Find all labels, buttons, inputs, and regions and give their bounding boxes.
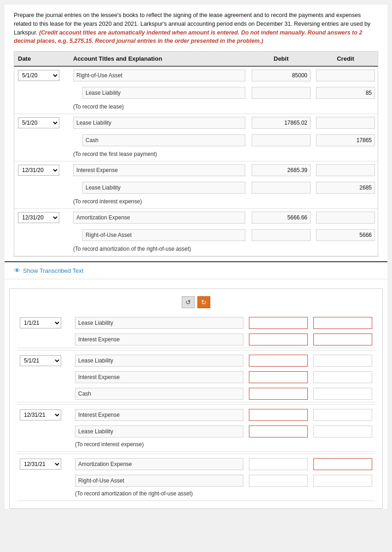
debit-input-7b[interactable] [249,426,308,437]
header-credit: Credit [313,54,378,63]
credit-cell-3b [313,181,378,195]
date-select-8[interactable]: 12/31/21 [20,459,61,470]
account-input-1b[interactable] [82,87,245,99]
debit-input-4b[interactable] [252,229,311,241]
account-input-5a[interactable] [75,317,243,329]
date-select-4[interactable]: 12/31/20 [18,212,59,223]
credit-input-2b[interactable] [316,134,375,146]
credit-input-1b[interactable] [316,87,375,99]
credit-input-4b[interactable] [316,229,375,241]
table-row: 1/1/21 [17,315,375,331]
date-select-7[interactable]: 12/31/21 [20,409,61,420]
account-input-3a[interactable] [73,164,245,176]
account-input-2a[interactable] [73,117,245,129]
debit-input-8b[interactable] [249,475,308,487]
debit-input-8a[interactable] [249,458,308,470]
date-select-2[interactable]: 5/1/20 [18,117,59,128]
credit-input-1a[interactable] [316,69,375,81]
debit-input-2b[interactable] [252,134,311,146]
table-row [14,179,378,196]
account-cell-3b [69,181,249,195]
date-cell-2b [14,139,69,141]
debit-input-6c[interactable] [249,388,308,400]
date-cell-4b [14,234,69,236]
account-input-5b[interactable] [75,334,243,345]
debit-input-5a[interactable] [249,317,308,329]
account-input-4a[interactable] [73,212,245,224]
account-input-6a[interactable] [75,355,243,367]
undo-button[interactable]: ↺ [182,296,195,308]
date-cell-1: 5/1/20 [14,69,69,82]
table-row: 5/1/20 [14,114,378,132]
date-cell-6c [17,393,72,395]
date-select-1[interactable]: 5/1/20 [18,70,59,81]
credit-input-6b[interactable] [313,371,372,383]
table-header: Date Account Titles and Explanation Debi… [14,51,378,67]
debit-input-6b[interactable] [249,371,308,383]
account-input-2b[interactable] [82,134,245,146]
credit-input-7a[interactable] [313,409,372,421]
debit-input-4a[interactable] [252,212,311,224]
journal-entry-4: 12/31/20 [14,209,378,256]
header-date: Date [14,54,69,63]
header-account: Account Titles and Explanation [69,54,249,63]
table-row [14,226,378,244]
debit-input-6a[interactable] [249,355,308,367]
debit-cell-7b [246,425,311,438]
account-input-7a[interactable] [75,409,243,421]
credit-input-3b[interactable] [316,182,375,194]
debit-input-3b[interactable] [252,182,311,194]
transcribed-section: 👁 Show Transcribed Text [5,262,387,279]
credit-input-6a[interactable] [313,355,372,367]
debit-cell-6c [246,387,311,401]
note-text-4: (To record amortization of the right-of-… [69,246,249,252]
account-input-8b[interactable] [75,475,243,487]
table-row: 12/31/21 [17,456,375,472]
note-text-8: (To record amortization of the right-of-… [72,490,246,497]
separator-1 [17,350,375,351]
credit-input-6c[interactable] [313,388,372,400]
debit-input-1a[interactable] [252,69,311,81]
credit-input-8a[interactable] [313,458,372,470]
debit-input-3a[interactable] [252,164,311,176]
account-input-7b[interactable] [75,426,243,437]
date-cell-3b [14,187,69,189]
debit-input-1b[interactable] [252,87,311,99]
account-input-4b[interactable] [82,229,245,241]
credit-input-2a[interactable] [316,117,375,129]
account-input-8a[interactable] [75,458,243,470]
credit-input-8b[interactable] [313,475,372,487]
date-cell-4: 12/31/20 [14,211,69,224]
date-cell-5b [17,339,72,340]
note-text-1: (To record the lease) [69,104,249,110]
date-select-5[interactable]: 1/1/21 [20,317,61,328]
show-transcribed-link[interactable]: 👁 Show Transcribed Text [14,267,378,274]
debit-cell-8a [246,457,311,471]
debit-cell-1b [249,86,313,100]
credit-input-5b[interactable] [313,334,372,345]
account-input-6b[interactable] [75,371,243,383]
debit-input-2a[interactable] [252,117,311,129]
debit-input-5b[interactable] [249,334,308,345]
credit-input-7b[interactable] [313,426,372,437]
credit-input-4a[interactable] [316,212,375,224]
journal-entry-2: 5/1/20 [14,114,378,161]
account-input-6c[interactable] [75,388,243,400]
account-input-3b[interactable] [82,182,245,194]
separator-2 [17,404,375,405]
debit-input-7a[interactable] [249,409,308,421]
debit-cell-5a [246,316,311,330]
note-row-1: (To record the lease) [14,102,378,114]
account-cell-6a [72,354,246,368]
date-select-6[interactable]: 5/1/21 [20,355,61,366]
credit-cell-6a [311,354,375,368]
redo-button[interactable]: ↻ [197,296,210,308]
credit-input-3a[interactable] [316,164,375,176]
date-select-3[interactable]: 12/31/20 [18,165,59,176]
account-input-1a[interactable] [73,69,245,81]
credit-cell-4b [313,228,378,242]
debit-cell-1a [249,69,313,82]
credit-input-5a[interactable] [313,317,372,329]
debit-cell-3a [249,163,313,177]
debit-cell-2b [249,133,313,147]
